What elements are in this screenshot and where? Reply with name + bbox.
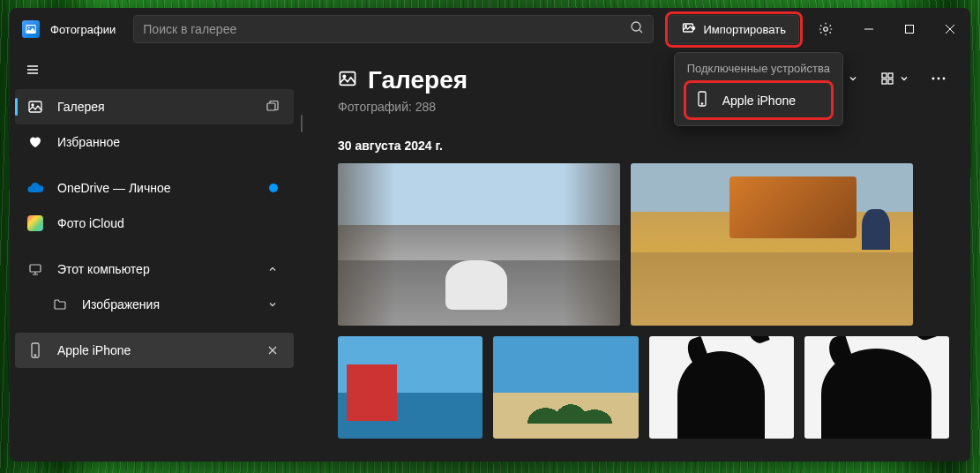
maximize-button[interactable] [889, 8, 930, 50]
svg-point-21 [943, 78, 946, 80]
sidebar-item-label: Apple iPhone [57, 343, 250, 357]
import-label: Импортировать [703, 23, 786, 36]
svg-rect-18 [888, 79, 893, 84]
chevron-up-icon[interactable] [264, 264, 281, 274]
onedrive-icon [27, 182, 43, 194]
svg-rect-17 [882, 79, 886, 84]
svg-point-5 [824, 27, 828, 32]
sidebar-item-iphone[interactable]: Apple iPhone [15, 333, 294, 368]
photo-thumbnail[interactable] [338, 163, 620, 326]
svg-rect-6 [906, 26, 914, 34]
svg-point-20 [938, 78, 940, 80]
sidebar-item-label: OneDrive — Личное [57, 181, 255, 195]
app-icon [22, 20, 40, 38]
sidebar-item-pictures[interactable]: Изображения [15, 287, 294, 322]
svg-rect-7 [29, 101, 41, 112]
sidebar-item-label: Фото iCloud [57, 216, 281, 230]
svg-point-23 [701, 103, 702, 104]
sidebar-item-label: Изображения [82, 297, 250, 312]
svg-point-4 [685, 25, 687, 26]
svg-rect-9 [267, 103, 275, 110]
svg-point-8 [32, 104, 34, 106]
svg-point-2 [632, 22, 640, 31]
photo-thumbnail[interactable] [631, 163, 913, 326]
sidebar-item-gallery[interactable]: Галерея [15, 89, 294, 124]
sidebar-item-label: Избранное [57, 135, 281, 149]
more-button[interactable] [928, 73, 949, 84]
gallery-icon [27, 99, 43, 115]
photo-thumbnail[interactable] [649, 336, 794, 439]
window-controls [849, 8, 970, 50]
svg-point-14 [343, 75, 345, 77]
gallery-collection-icon[interactable] [264, 100, 281, 114]
app-window: Фотографии Импортировать [10, 8, 970, 462]
svg-rect-16 [888, 73, 893, 78]
minimize-button[interactable] [849, 8, 889, 50]
app-title: Фотографии [50, 23, 116, 36]
svg-rect-10 [30, 265, 41, 272]
sidebar-item-favorites[interactable]: Избранное [15, 124, 294, 160]
heart-icon [27, 135, 43, 149]
photo-row [338, 336, 949, 439]
sidebar: Галерея Избранное OneDrive — Личное Фото… [10, 50, 299, 462]
photo-row [338, 163, 949, 326]
search-input[interactable] [143, 22, 630, 36]
view-toolbar [826, 68, 949, 89]
svg-point-12 [34, 355, 35, 356]
hamburger-button[interactable] [15, 54, 50, 86]
close-button[interactable] [930, 8, 970, 50]
svg-rect-15 [882, 73, 886, 78]
main-content: Галерея Фотографий: 288 [304, 50, 970, 462]
sync-indicator [269, 184, 278, 192]
folder-icon [52, 297, 68, 312]
page-title: Галерея [368, 66, 468, 94]
photo-thumbnail[interactable] [804, 336, 949, 439]
settings-button[interactable] [810, 21, 842, 37]
phone-icon [696, 91, 708, 109]
svg-point-1 [28, 26, 30, 28]
titlebar: Фотографии Импортировать [10, 8, 970, 50]
sidebar-item-this-pc[interactable]: Этот компьютер [15, 252, 294, 287]
popup-title: Подключенные устройства [687, 62, 830, 75]
search-icon[interactable] [630, 20, 644, 38]
svg-rect-13 [340, 72, 355, 86]
phone-icon [27, 342, 43, 358]
sidebar-item-icloud[interactable]: Фото iCloud [15, 206, 294, 241]
sidebar-item-onedrive[interactable]: OneDrive — Личное [15, 170, 294, 206]
view-mode-button[interactable] [877, 68, 912, 89]
gallery-title-icon [338, 69, 357, 92]
computer-icon [27, 262, 43, 276]
photo-thumbnail[interactable] [493, 336, 638, 439]
popup-device-label: Apple iPhone [722, 94, 796, 108]
sidebar-item-label: Галерея [57, 100, 250, 114]
import-icon [682, 21, 696, 38]
import-popup: Подключенные устройства Apple iPhone [674, 52, 843, 126]
icloud-icon [27, 215, 43, 231]
close-icon[interactable] [264, 345, 281, 356]
date-group-header: 30 августа 2024 г. [338, 139, 949, 153]
chevron-down-icon[interactable] [264, 299, 281, 310]
photo-count: Фотографий: 288 [338, 100, 468, 114]
sidebar-item-label: Этот компьютер [57, 262, 250, 276]
photo-thumbnail[interactable] [338, 336, 483, 439]
svg-point-19 [932, 78, 935, 80]
search-box[interactable] [133, 15, 654, 43]
import-button[interactable]: Импортировать [669, 15, 799, 44]
popup-device-item[interactable]: Apple iPhone [687, 84, 830, 116]
